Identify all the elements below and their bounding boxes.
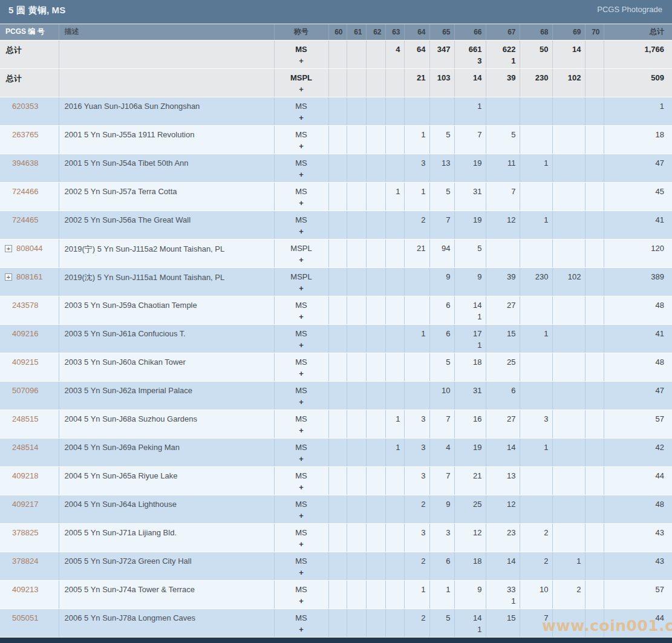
grade-count bbox=[524, 500, 549, 509]
col-header-grade-65[interactable]: 65 bbox=[429, 24, 454, 40]
designation-label: MSPL bbox=[278, 73, 325, 82]
designation-label: MS bbox=[278, 414, 325, 423]
grade-count bbox=[333, 301, 343, 310]
expand-icon[interactable]: + bbox=[5, 273, 12, 281]
pcgs-cell: 263765 bbox=[0, 125, 59, 154]
grade-count: 14 bbox=[458, 301, 482, 310]
col-header-grade-70[interactable]: 70 bbox=[585, 24, 604, 40]
table-row: +8081612019(沈) 5 Yn Sun-J115a1 Mount Tai… bbox=[0, 267, 672, 296]
pcgs-number-link[interactable]: 248514 bbox=[12, 443, 38, 452]
col-header-designation[interactable]: 称号 bbox=[274, 24, 328, 40]
grade-60-cell bbox=[328, 68, 347, 97]
total-cell: 509 bbox=[604, 68, 672, 97]
grade-plus-count bbox=[589, 198, 600, 207]
grade-plus-count bbox=[333, 483, 343, 492]
pcgs-number-link[interactable]: 263765 bbox=[12, 130, 38, 139]
pcgs-number-link[interactable]: 409215 bbox=[12, 357, 38, 367]
col-header-grade-67[interactable]: 67 bbox=[486, 24, 520, 40]
grade-count bbox=[589, 73, 600, 82]
pcgs-number-link[interactable]: 378825 bbox=[12, 528, 38, 537]
pcgs-number-link[interactable]: 724466 bbox=[12, 187, 38, 196]
pcgs-number-link[interactable]: 505051 bbox=[12, 613, 38, 622]
grade-count bbox=[333, 386, 343, 395]
expand-icon[interactable]: + bbox=[5, 245, 12, 252]
grade-count: 3 bbox=[408, 158, 426, 168]
grade-count bbox=[333, 244, 343, 253]
grade-count bbox=[351, 443, 362, 452]
grade-plus-count bbox=[351, 312, 362, 321]
total-label: 总计 bbox=[6, 74, 22, 83]
grade-plus-count bbox=[556, 511, 581, 520]
grade-count: 1 bbox=[390, 187, 400, 196]
pcgs-number-link[interactable]: 409218 bbox=[12, 471, 38, 480]
description-cell: 2002 5 Yn Sun-J57a Terra Cotta bbox=[59, 182, 274, 211]
pcgs-number-link[interactable]: 808161 bbox=[16, 272, 42, 281]
col-header-grade-63[interactable]: 63 bbox=[385, 24, 404, 40]
col-header-total[interactable]: 总计 bbox=[604, 24, 672, 40]
coin-description: 2005 5 Yn Sun-J74a Tower & Terrace bbox=[65, 585, 195, 594]
grade-count: 2 bbox=[408, 215, 426, 224]
grade-60-cell bbox=[328, 381, 347, 410]
grade-60-cell bbox=[328, 97, 347, 125]
pcgs-number-link[interactable]: 409213 bbox=[12, 585, 38, 594]
grade-plus-count bbox=[490, 568, 516, 577]
grade-62-cell bbox=[366, 466, 385, 495]
pcgs-number-link[interactable]: 808044 bbox=[16, 244, 42, 253]
photograde-link[interactable]: PCGS Photograde bbox=[597, 5, 662, 14]
grade-count: 7 bbox=[434, 215, 451, 224]
plus-designation-label: + bbox=[278, 454, 325, 463]
grade-count: 15 bbox=[490, 329, 516, 338]
grade-62-cell bbox=[366, 125, 385, 154]
grade-count: 3 bbox=[408, 528, 426, 537]
col-header-grade-66[interactable]: 66 bbox=[454, 24, 486, 40]
grade-63-cell: 4 bbox=[385, 40, 404, 68]
col-header-description[interactable]: 描述 bbox=[59, 24, 274, 40]
designation-cell: MSPL+ bbox=[274, 239, 328, 267]
grade-plus-count bbox=[434, 625, 451, 634]
grade-count: 3 bbox=[434, 528, 451, 537]
pcgs-number-link[interactable]: 620353 bbox=[12, 102, 38, 111]
grade-plus-count bbox=[390, 625, 400, 634]
col-header-grade-68[interactable]: 68 bbox=[520, 24, 552, 40]
grade-count: 1 bbox=[408, 329, 426, 338]
pcgs-number-link[interactable]: 378824 bbox=[12, 557, 38, 566]
grade-60-cell bbox=[328, 125, 347, 154]
description-cell: 2003 5 Yn Sun-J60a Chikan Tower bbox=[59, 353, 274, 381]
grade-plus-count bbox=[370, 85, 382, 94]
grade-68-cell: 10 bbox=[520, 580, 552, 609]
col-header-grade-69[interactable]: 69 bbox=[552, 24, 585, 40]
total-cell: 45 bbox=[604, 182, 672, 211]
grade-70-cell bbox=[585, 267, 604, 296]
grade-62-cell bbox=[366, 410, 385, 438]
grade-plus-count bbox=[333, 142, 343, 151]
grade-count bbox=[351, 585, 362, 594]
pcgs-number-link[interactable]: 409217 bbox=[12, 500, 38, 509]
pcgs-number-link[interactable]: 394638 bbox=[12, 158, 38, 168]
total-cell: 47 bbox=[604, 154, 672, 182]
grade-plus-count bbox=[458, 540, 482, 549]
col-header-grade-61[interactable]: 61 bbox=[347, 24, 366, 40]
col-header-pcgs-number[interactable]: PCGS 编 号 bbox=[0, 24, 59, 40]
grade-67-cell: 5 bbox=[486, 125, 520, 154]
pcgs-number-link[interactable]: 243578 bbox=[12, 301, 38, 310]
grade-plus-count bbox=[351, 170, 362, 179]
table-row: 2637652001 5 Yn Sun-J55a 1911 Revolution… bbox=[0, 125, 672, 154]
grade-count bbox=[556, 187, 581, 196]
grade-62-cell bbox=[366, 495, 385, 523]
col-header-grade-60[interactable]: 60 bbox=[328, 24, 347, 40]
grade-67-cell: 7 bbox=[486, 182, 520, 211]
grade-plus-count bbox=[333, 596, 343, 605]
grade-70-cell bbox=[585, 381, 604, 410]
col-header-grade-64[interactable]: 64 bbox=[404, 24, 429, 40]
grade-plus-count bbox=[408, 170, 426, 179]
grade-65-cell: 9 bbox=[429, 267, 454, 296]
pcgs-number-link[interactable]: 507096 bbox=[12, 386, 38, 395]
pcgs-number-link[interactable]: 409216 bbox=[12, 329, 38, 338]
grade-count: 5 bbox=[434, 357, 451, 367]
total-label: 总计 bbox=[6, 45, 22, 54]
pcgs-number-link[interactable]: 724465 bbox=[12, 215, 38, 224]
grade-60-cell bbox=[328, 495, 347, 523]
grade-63-cell bbox=[385, 211, 404, 239]
col-header-grade-62[interactable]: 62 bbox=[366, 24, 385, 40]
pcgs-number-link[interactable]: 248515 bbox=[12, 414, 38, 423]
